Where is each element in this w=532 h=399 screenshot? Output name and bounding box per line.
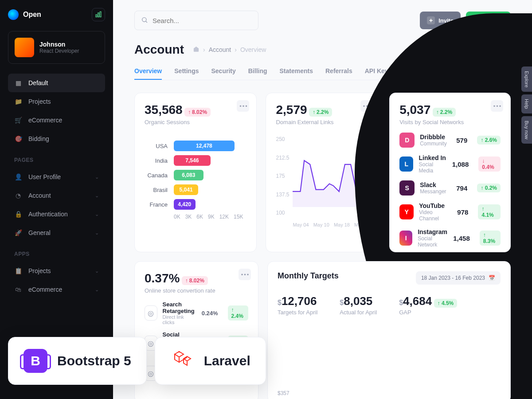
breadcrumb-account[interactable]: Account xyxy=(209,46,231,53)
tab-logs[interactable]: Logs xyxy=(404,63,419,80)
bar-row-usa: USA12,478 xyxy=(145,141,246,151)
conversion-value: 0.37% xyxy=(145,271,180,285)
sidebar-chart-button[interactable] xyxy=(92,8,105,21)
chevron-down-icon: ⌄ xyxy=(95,211,99,217)
card-menu-button[interactable]: ••• xyxy=(239,269,251,280)
side-tab-explore[interactable]: Explore xyxy=(521,66,532,92)
target-mini-value: $357 xyxy=(278,390,289,396)
nav-icon: ◔ xyxy=(14,192,22,200)
social-value: 5,037 xyxy=(399,103,430,117)
social-row-instagram: IInstagramSocial Network1,458↑ 8.3% xyxy=(399,228,501,248)
organic-value: 35,568 xyxy=(145,103,183,117)
tab-overview[interactable]: Overview xyxy=(134,63,162,80)
external-delta: ↑ 2.2% xyxy=(309,108,332,117)
nav-item-projects[interactable]: 📁Projects xyxy=(8,92,105,111)
bootstrap-label: Bootstrap 5 xyxy=(57,353,131,368)
user-role: React Developer xyxy=(39,48,79,54)
side-tab-buy[interactable]: Buy now xyxy=(521,116,532,144)
calendar-icon: 📅 xyxy=(489,275,495,281)
social-delta: ↑ 2.2% xyxy=(433,108,456,117)
social-row-youtube: YYouTubeVideo Channel978↑ 4.1% xyxy=(399,202,501,222)
nav-item-default[interactable]: ▦Default xyxy=(8,74,105,92)
bar-row-india: India7,546 xyxy=(145,155,246,166)
nav-icon: 🛒 xyxy=(14,116,22,124)
organic-label: Organic Sessions xyxy=(145,119,246,125)
nav-item-account[interactable]: ◔Account⌄ xyxy=(8,186,105,205)
section-pages-label: PAGES xyxy=(8,148,105,168)
user-name: Johnson xyxy=(39,41,79,48)
tool-badges: B Bootstrap 5 Laravel xyxy=(8,337,266,385)
conversion-delta: ↑ 8.02% xyxy=(182,276,208,285)
breadcrumb: › Account › Overview xyxy=(193,46,266,54)
svg-rect-1 xyxy=(98,13,99,17)
organic-delta: ↑ 8.02% xyxy=(184,108,211,117)
svg-point-3 xyxy=(142,17,146,21)
tab-settings[interactable]: Settings xyxy=(174,63,199,80)
social-icon: S xyxy=(399,180,415,196)
svg-rect-0 xyxy=(96,15,97,17)
nav-icon: 🚀 xyxy=(14,229,22,237)
home-icon[interactable] xyxy=(193,46,200,54)
side-tab-help[interactable]: Help xyxy=(521,94,532,113)
user-card[interactable]: Johnson React Developer xyxy=(8,31,105,64)
nav-icon: 🛍 xyxy=(14,286,22,293)
social-icon: Y xyxy=(399,204,414,219)
tab-billing[interactable]: Billing xyxy=(248,63,267,80)
create-app-button[interactable]: Create App xyxy=(466,12,511,29)
social-icon: I xyxy=(399,231,412,246)
target-column: $12,706Targets for April xyxy=(278,294,317,316)
nav-icon: 📁 xyxy=(14,98,22,106)
card-menu-button[interactable]: ••• xyxy=(237,100,249,112)
nav-item-user-profile[interactable]: 👤User Profile⌄ xyxy=(8,168,105,186)
date-range-button[interactable]: 18 Jan 2023 - 16 Feb 2023 📅 xyxy=(416,271,501,285)
targets-title: Monthly Targets xyxy=(278,271,339,281)
laravel-icon xyxy=(170,349,194,373)
search-input[interactable] xyxy=(134,11,258,30)
conversion-row: ◎Search RetargetingDirect link clicks0.2… xyxy=(145,301,248,325)
bootstrap-icon: B xyxy=(23,349,47,373)
nav-item-bidding[interactable]: 🎯Bidding xyxy=(8,129,105,148)
sessions-bar-chart: USA12,478India7,546Canada6,083Brasil5,04… xyxy=(145,141,246,210)
tab-referrals[interactable]: Referrals xyxy=(325,63,352,80)
nav-icon: 🎯 xyxy=(14,135,22,143)
social-label: Visits by Social Networks xyxy=(399,119,501,125)
retarget-icon: ◎ xyxy=(145,305,157,321)
tab-statements[interactable]: Statements xyxy=(280,63,313,80)
social-row-dribbble: DDribbbleCommunity579↑ 2.6% xyxy=(399,133,501,148)
nav-item-general[interactable]: 🚀General⌄ xyxy=(8,223,105,242)
chevron-down-icon: ⌄ xyxy=(95,287,99,293)
nav-icon: ▦ xyxy=(14,79,22,87)
nav-item-ecommerce[interactable]: 🛒eCommerce xyxy=(8,111,105,129)
nav-icon: 🔒 xyxy=(14,210,22,218)
bar-row-canada: Canada6,083 xyxy=(145,170,246,180)
nav-icon: 👤 xyxy=(14,173,22,181)
card-menu-button[interactable]: ••• xyxy=(491,100,503,112)
brand-logo[interactable]: Open xyxy=(8,9,41,20)
page-title: Account xyxy=(134,43,184,57)
tab-security[interactable]: Security xyxy=(211,63,236,80)
avatar xyxy=(15,38,34,57)
nav-item-projects[interactable]: 📋Projects⌄ xyxy=(8,262,105,280)
invite-button[interactable]: + Invite xyxy=(420,12,461,29)
laravel-label: Laravel xyxy=(204,353,250,368)
nav-item-ecommerce[interactable]: 🛍eCommerce⌄ xyxy=(8,280,105,299)
card-menu-button[interactable]: ••• xyxy=(360,100,373,112)
tab-api-keys[interactable]: API Keys xyxy=(365,63,392,80)
plus-icon: + xyxy=(427,16,435,24)
chevron-down-icon: ⌄ xyxy=(95,230,99,236)
nav-item-authentication[interactable]: 🔒Authentication⌄ xyxy=(8,205,105,223)
chevron-down-icon: ⌄ xyxy=(95,193,99,199)
nav-icon: 📋 xyxy=(14,267,22,275)
brand-logo-icon xyxy=(8,9,19,20)
laravel-badge: Laravel xyxy=(155,337,266,385)
external-line-chart: 250212.5175137.5100 May 04May 10May 18Ma… xyxy=(276,136,370,225)
bar-row-france: France4,420 xyxy=(145,199,246,210)
chevron-down-icon: ⌄ xyxy=(95,174,99,180)
social-icon: D xyxy=(399,133,415,148)
social-card: ••• 5,037 ↑ 2.2% Visits by Social Networ… xyxy=(389,93,511,252)
external-value: 2,579 xyxy=(276,103,307,117)
conversion-label: Online store convertion rate xyxy=(145,287,248,294)
search-field[interactable] xyxy=(153,17,252,24)
tabs: OverviewSettingsSecurityBillingStatement… xyxy=(134,63,511,80)
svg-rect-2 xyxy=(100,12,101,17)
